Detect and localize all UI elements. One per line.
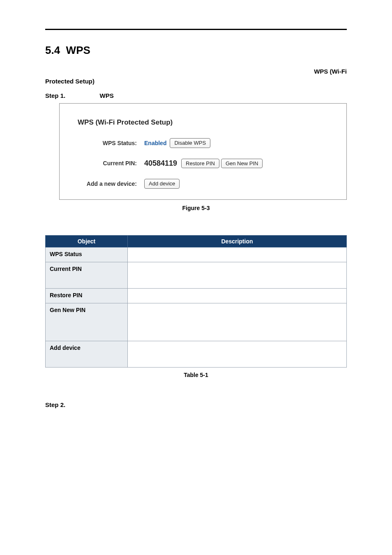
description-table: Object Description WPS StatusCurrent PIN… [45, 235, 347, 368]
table-row: Restore PIN [46, 288, 347, 303]
current-pin-label: Current PIN: [78, 160, 144, 166]
step-1-keyword: WPS [100, 92, 114, 99]
table-cell-object: Gen New PIN [46, 303, 128, 341]
wps-status-value: Enabled [144, 140, 166, 146]
step-1-label: Step 1. [45, 92, 65, 99]
table-cell-object: Add device [46, 341, 128, 367]
wps-status-label: WPS Status: [78, 140, 144, 146]
wps-panel-title: WPS (Wi-Fi Protected Setup) [78, 118, 334, 127]
section-title-text: WPS [66, 44, 90, 56]
table-cell-description [128, 341, 347, 367]
wps-status-row: WPS Status: Enabled Disable WPS [78, 138, 334, 148]
restore-pin-button[interactable]: Restore PIN [181, 159, 219, 169]
table-cell-object: Current PIN [46, 262, 128, 288]
step-1-line: Step 1. WPS [45, 92, 347, 99]
table-row: Current PIN [46, 262, 347, 288]
add-device-label: Add a new device: [78, 180, 144, 187]
disable-wps-button[interactable]: Disable WPS [170, 138, 210, 148]
gen-new-pin-button[interactable]: Gen New PIN [221, 159, 263, 169]
table-cell-description [128, 262, 347, 288]
intro-line-2: Protected Setup) [45, 76, 347, 86]
step-2-label: Step 2. [45, 401, 65, 408]
table-cell-description [128, 288, 347, 303]
figure-caption: Figure 5-3 [45, 205, 347, 211]
section-number: 5.4 [45, 44, 60, 56]
table-cell-object: WPS Status [46, 247, 128, 262]
add-device-button[interactable]: Add device [144, 179, 180, 189]
table-head-description: Description [128, 235, 347, 247]
description-table-body: WPS StatusCurrent PINRestore PINGen New … [46, 247, 347, 367]
table-row: Gen New PIN [46, 303, 347, 341]
table-cell-description [128, 303, 347, 341]
top-rule [45, 29, 347, 30]
table-row: WPS Status [46, 247, 347, 262]
section-heading: 5.4 WPS [45, 44, 347, 57]
wps-frag-right: WPS (Wi-Fi [314, 67, 347, 76]
add-device-row: Add a new device: Add device [78, 179, 334, 189]
table-row: Add device [46, 341, 347, 367]
table-cell-object: Restore PIN [46, 288, 128, 303]
current-pin-row: Current PIN: 40584119 Restore PIN Gen Ne… [78, 159, 334, 169]
table-cell-description [128, 247, 347, 262]
table-head-object: Object [46, 235, 128, 247]
wps-screenshot-panel: WPS (Wi-Fi Protected Setup) WPS Status: … [59, 103, 347, 200]
step-2-line: Step 2. [45, 401, 347, 408]
current-pin-value: 40584119 [144, 159, 177, 168]
table-caption: Table 5-1 [45, 372, 347, 378]
